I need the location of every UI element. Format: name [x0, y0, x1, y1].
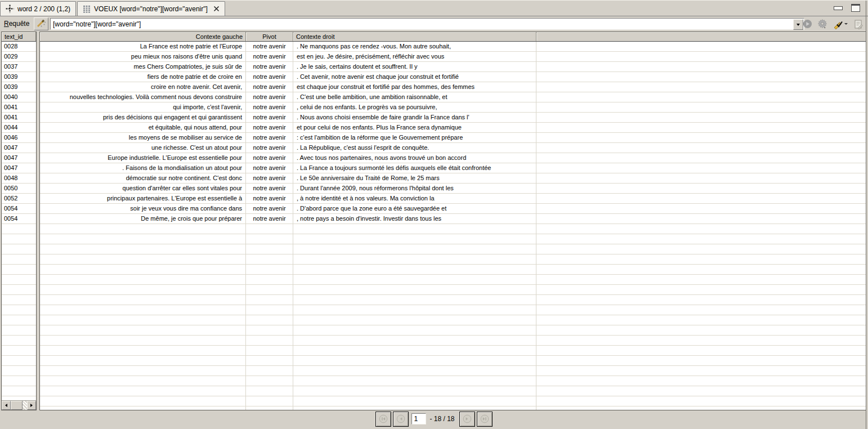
- table-row[interactable]: peu mieux nos raisons d'être unis quandn…: [40, 52, 866, 62]
- query-bar: Requête: [0, 16, 868, 32]
- annotation-mode-button[interactable]: [853, 19, 863, 29]
- left-context-cell: fiers de notre patrie et de croire en: [40, 72, 246, 82]
- table-row[interactable]: La France est notre patrie et l'Europeno…: [40, 42, 866, 52]
- table-row[interactable]: et équitable, qui nous attend, pournotre…: [40, 123, 866, 133]
- table-row[interactable]: principaux partenaires. L'Europe est ess…: [40, 194, 866, 204]
- settings-button[interactable]: [817, 19, 827, 29]
- pivot-cell: notre avenir: [246, 62, 293, 72]
- horizontal-scrollbar[interactable]: [2, 400, 36, 410]
- left-context-cell: La France est notre patrie et l'Europe: [40, 42, 246, 52]
- maximize-icon[interactable]: [851, 4, 860, 12]
- query-label: Requête: [4, 20, 29, 28]
- table-row[interactable]: une richesse. C'est un atout pournotre a…: [40, 143, 866, 153]
- page-number-input[interactable]: [411, 413, 426, 424]
- text-id-cell[interactable]: 0029: [2, 52, 36, 62]
- text-id-cell[interactable]: 0028: [2, 42, 36, 52]
- edit-annotation-button[interactable]: [833, 19, 848, 29]
- empty-cell: [40, 305, 246, 315]
- empty-row: [40, 254, 866, 265]
- table-row[interactable]: croire en notre avenir. Cet avenir,notre…: [40, 82, 866, 92]
- text-id-cell[interactable]: 0037: [2, 62, 36, 72]
- scroll-left-button[interactable]: [2, 401, 11, 410]
- text-id-cell[interactable]: 0048: [2, 173, 36, 184]
- empty-cell: [536, 82, 866, 92]
- empty-cell: [293, 396, 536, 406]
- column-header-left-context[interactable]: Contexte gauche: [40, 32, 246, 41]
- empty-row: [2, 346, 36, 356]
- text-id-cell[interactable]: 0041: [2, 102, 36, 113]
- query-history-dropdown[interactable]: [793, 19, 803, 30]
- scrollbar-track[interactable]: [23, 401, 27, 410]
- table-row[interactable]: fiers de notre patrie et de croire ennot…: [40, 72, 866, 82]
- right-context-cell: . Nous avons choisi ensemble de faire gr…: [293, 113, 536, 123]
- scrollbar-thumb[interactable]: [11, 401, 23, 410]
- previous-page-button[interactable]: [393, 412, 409, 427]
- table-row[interactable]: soir je veux vous dire ma confiance dans…: [40, 204, 866, 214]
- first-page-button[interactable]: [375, 412, 391, 427]
- table-row[interactable]: De même, je crois que pour préparernotre…: [40, 214, 866, 224]
- query-input[interactable]: [51, 19, 796, 29]
- next-page-button[interactable]: [459, 412, 475, 427]
- empty-row: [2, 275, 36, 285]
- right-context-cell: . La France a toujours surmonté les défi…: [293, 163, 536, 173]
- table-row[interactable]: nouvelles technologies. Voilà comment no…: [40, 92, 866, 102]
- empty-cell: [40, 346, 246, 356]
- text-id-cell[interactable]: 0044: [2, 123, 36, 133]
- last-page-button[interactable]: [477, 412, 493, 427]
- tab-concordance[interactable]: VOEUX [word="notre"][word="avenir"]: [77, 1, 225, 16]
- text-id-cell[interactable]: 0047: [2, 163, 36, 173]
- scroll-right-button[interactable]: [27, 401, 36, 410]
- empty-cell: [293, 305, 536, 315]
- text-id-cell[interactable]: 0039: [2, 72, 36, 82]
- minimize-icon[interactable]: [834, 6, 843, 10]
- chevron-down-icon: [797, 24, 800, 26]
- table-row[interactable]: qui importe, c'est l'avenir,notre avenir…: [40, 102, 866, 113]
- right-context-cell: , notre pays a besoin d'investir. Invest…: [293, 214, 536, 224]
- text-id-cell[interactable]: 0039: [2, 82, 36, 92]
- empty-cell: [293, 265, 536, 275]
- text-id-cell[interactable]: 0047: [2, 143, 36, 153]
- table-row[interactable]: mes Chers Compatriotes, je suis sûr deno…: [40, 62, 866, 72]
- left-context-cell: démocratie sur notre continent. C'est do…: [40, 173, 246, 184]
- run-query-button[interactable]: [803, 19, 812, 29]
- close-icon[interactable]: [213, 6, 220, 12]
- text-id-cell[interactable]: 0040: [2, 92, 36, 102]
- column-header-right-context[interactable]: Contexte droit: [293, 32, 536, 41]
- empty-cell: [40, 285, 246, 295]
- tab-selection[interactable]: word 2 / 200 (1,2): [0, 1, 76, 16]
- empty-cell: [536, 305, 866, 315]
- tab-label: word 2 / 200 (1,2): [17, 5, 70, 13]
- text-id-cell[interactable]: 0050: [2, 184, 36, 194]
- table-row[interactable]: question d'arrêter car elles sont vitale…: [40, 184, 866, 194]
- empty-cell: [246, 356, 293, 366]
- text-id-table: text_id 00280029003700390039004000410041…: [1, 32, 37, 410]
- table-row[interactable]: . Faisons de la mondialisation un atout …: [40, 163, 866, 173]
- right-context-cell: . La République, c'est aussi l'esprit de…: [293, 143, 536, 153]
- left-context-cell: pris des décisions qui engagent et qui g…: [40, 113, 246, 123]
- left-context-cell: principaux partenaires. L'Europe est ess…: [40, 194, 246, 204]
- empty-row: [2, 305, 36, 315]
- empty-cell: [40, 224, 246, 234]
- pivot-cell: notre avenir: [246, 102, 293, 113]
- pivot-cell: notre avenir: [246, 72, 293, 82]
- table-row[interactable]: les moyens de se mobiliser au service de…: [40, 133, 866, 143]
- table-row[interactable]: Europe industrielle. L'Europe est essent…: [40, 153, 866, 163]
- text-id-cell[interactable]: 0041: [2, 113, 36, 123]
- text-id-cell[interactable]: 0046: [2, 133, 36, 143]
- text-id-cell[interactable]: 0047: [2, 153, 36, 163]
- column-header-pivot[interactable]: Pivot: [246, 32, 293, 41]
- table-row[interactable]: démocratie sur notre continent. C'est do…: [40, 173, 866, 184]
- empty-cell: [536, 356, 866, 366]
- empty-cell: [40, 396, 246, 406]
- table-row[interactable]: pris des décisions qui engagent et qui g…: [40, 113, 866, 123]
- empty-cell: [536, 102, 866, 113]
- column-header-text-id[interactable]: text_id: [2, 32, 36, 41]
- empty-cell: [536, 184, 866, 194]
- text-id-cell[interactable]: 0054: [2, 204, 36, 214]
- empty-cell: [246, 265, 293, 275]
- query-assist-button[interactable]: [34, 17, 48, 30]
- right-context-cell: . D'abord parce que la zone euro a été s…: [293, 204, 536, 214]
- pivot-cell: notre avenir: [246, 52, 293, 62]
- text-id-cell[interactable]: 0054: [2, 214, 36, 224]
- text-id-cell[interactable]: 0052: [2, 194, 36, 204]
